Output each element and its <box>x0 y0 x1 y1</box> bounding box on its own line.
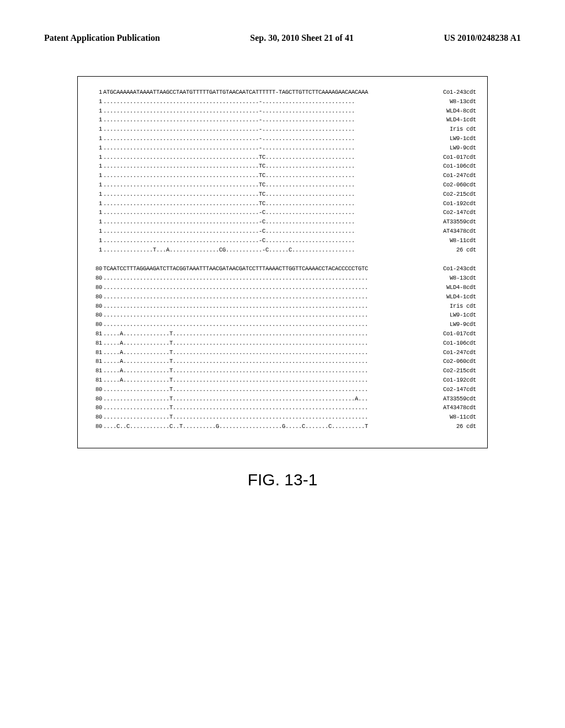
alignment-row: 1.......................................… <box>89 143 476 153</box>
alignment-position: 81 <box>89 366 103 376</box>
alignment-sequence: TCAATCCTTTAGGAAGATCTTACGGTAAATTTAACGATAA… <box>103 264 440 274</box>
alignment-row: 1.......................................… <box>89 97 476 106</box>
alignment-row: 81.....A..............T.................… <box>89 329 476 339</box>
header-left: Patent Application Publication <box>44 33 160 43</box>
alignment-sequence: ...............T...A...............CG...… <box>103 245 453 255</box>
alignment-sequence: ........................................… <box>103 292 443 302</box>
alignment-row: 1.......................................… <box>89 190 476 199</box>
alignment-position: 81 <box>89 357 103 366</box>
alignment-sequence: ........................................… <box>103 143 446 153</box>
alignment-position: 1 <box>89 199 103 208</box>
alignment-position: 80 <box>89 311 103 320</box>
alignment-sequence: ........................................… <box>103 106 443 116</box>
alignment-label: WLD4-1cdt <box>443 292 476 302</box>
alignment-sequence: .....A..............T...................… <box>103 339 440 348</box>
alignment-row: 1...............T...A...............CG..… <box>89 245 476 255</box>
alignment-row: 80....C..C............C..T..........G...… <box>89 422 476 431</box>
alignment-sequence: ........................................… <box>103 162 440 171</box>
alignment-position: 80 <box>89 302 103 311</box>
alignment-label: Co1-243cdt <box>440 264 476 274</box>
alignment-label: Co2-147cdt <box>440 208 476 217</box>
alignment-label: LW9-1cdt <box>446 311 476 320</box>
alignment-position: 80 <box>89 320 103 329</box>
alignment-label: LW9-9cdt <box>446 143 476 153</box>
alignment-position: 1 <box>89 162 103 171</box>
alignment-label: Co2-060cdt <box>440 357 476 366</box>
alignment-row: 81.....A..............T.................… <box>89 366 476 376</box>
alignment-sequence: ........................................… <box>103 180 440 190</box>
alignment-position: 80 <box>89 385 103 394</box>
alignment-row: 1.......................................… <box>89 115 476 125</box>
alignment-row: 80......................................… <box>89 311 476 320</box>
alignment-label: AT43478cdt <box>440 403 476 413</box>
alignment-position: 80 <box>89 283 103 292</box>
figure-panel: 1 ATGCAAAAAATAAAATTAAGCCTAATGTTTTTGATTGT… <box>77 76 488 448</box>
alignment-label: Co2-147cdt <box>440 385 476 394</box>
alignment-label: Co2-215cdt <box>440 366 476 376</box>
alignment-row: 1.......................................… <box>89 217 476 227</box>
alignment-sequence: ........................................… <box>103 125 446 134</box>
alignment-label: Co1-106cdt <box>440 339 476 348</box>
alignment-sequence: ........................................… <box>103 115 443 125</box>
alignment-position: 81 <box>89 329 103 339</box>
alignment-position: 1 <box>89 134 103 143</box>
alignment-sequence: ........................................… <box>103 283 443 292</box>
alignment-label: AT33559cdt <box>440 394 476 404</box>
alignment-position: 80 <box>89 274 103 283</box>
alignment-position: 1 <box>89 236 103 245</box>
alignment-sequence: ........................................… <box>103 236 446 245</box>
alignment-row: 1.......................................… <box>89 134 476 143</box>
alignment-sequence: ........................................… <box>103 190 440 199</box>
alignment-ref-row: 80 TCAATCCTTTAGGAAGATCTTACGGTAAATTTAACGA… <box>89 264 476 274</box>
alignment-label: LW9-9cdt <box>446 320 476 329</box>
alignment-sequence: ........................................… <box>103 134 446 143</box>
alignment-position: 80 <box>89 422 103 431</box>
alignment-row: 80....................T.................… <box>89 394 476 404</box>
alignment-row: 80......................................… <box>89 302 476 311</box>
alignment-sequence: ....C..C............C..T..........G.....… <box>103 422 453 431</box>
alignment-row: 1.......................................… <box>89 171 476 180</box>
alignment-label: Co1-017cdt <box>440 153 476 162</box>
alignment-label: W8-13cdt <box>446 274 476 283</box>
alignment-position: 1 <box>89 245 103 255</box>
sequence-alignment: 1 ATGCAAAAAATAAAATTAAGCCTAATGTTTTTGATTGT… <box>89 88 476 431</box>
alignment-row: 80......................................… <box>89 283 476 292</box>
alignment-label: Co1-192cdt <box>440 199 476 208</box>
alignment-sequence: ....................T...................… <box>103 394 440 404</box>
alignment-row: 80....................T.................… <box>89 413 476 422</box>
alignment-label: Co2-060cdt <box>440 180 476 190</box>
alignment-label: WLD4-8cdt <box>443 106 476 116</box>
alignment-sequence: .....A..............T...................… <box>103 376 440 385</box>
alignment-label: 26 cdt <box>453 422 476 431</box>
alignment-position: 1 <box>89 115 103 125</box>
alignment-sequence: .....A..............T...................… <box>103 348 440 357</box>
alignment-position: 1 <box>89 153 103 162</box>
alignment-sequence: ....................T...................… <box>103 403 440 413</box>
alignment-row: 80....................T.................… <box>89 385 476 394</box>
alignment-sequence: ........................................… <box>103 153 440 162</box>
alignment-sequence: .....A..............T...................… <box>103 329 440 339</box>
alignment-position: 1 <box>89 88 103 97</box>
alignment-sequence: .....A..............T...................… <box>103 357 440 366</box>
alignment-row: 81.....A..............T.................… <box>89 339 476 348</box>
alignment-position: 1 <box>89 217 103 227</box>
alignment-label: WLD4-8cdt <box>443 283 476 292</box>
alignment-position: 1 <box>89 106 103 116</box>
alignment-label: Iris cdt <box>446 302 476 311</box>
alignment-row: 1.......................................… <box>89 180 476 190</box>
alignment-position: 81 <box>89 348 103 357</box>
alignment-row: 80......................................… <box>89 292 476 302</box>
alignment-row: 80....................T.................… <box>89 403 476 413</box>
alignment-label: 26 cdt <box>453 245 476 255</box>
alignment-row: 81.....A..............T.................… <box>89 376 476 385</box>
alignment-label: LW9-1cdt <box>446 134 476 143</box>
alignment-sequence: ........................................… <box>103 171 440 180</box>
alignment-label: Co1-106cdt <box>440 162 476 171</box>
header-right: US 2010/0248238 A1 <box>444 33 521 43</box>
alignment-row: 1.......................................… <box>89 208 476 217</box>
alignment-row: 81.....A..............T.................… <box>89 357 476 366</box>
alignment-row: 80......................................… <box>89 274 476 283</box>
alignment-label: Co1-247cdt <box>440 348 476 357</box>
alignment-position: 1 <box>89 180 103 190</box>
alignment-label: AT33559cdt <box>440 217 476 227</box>
